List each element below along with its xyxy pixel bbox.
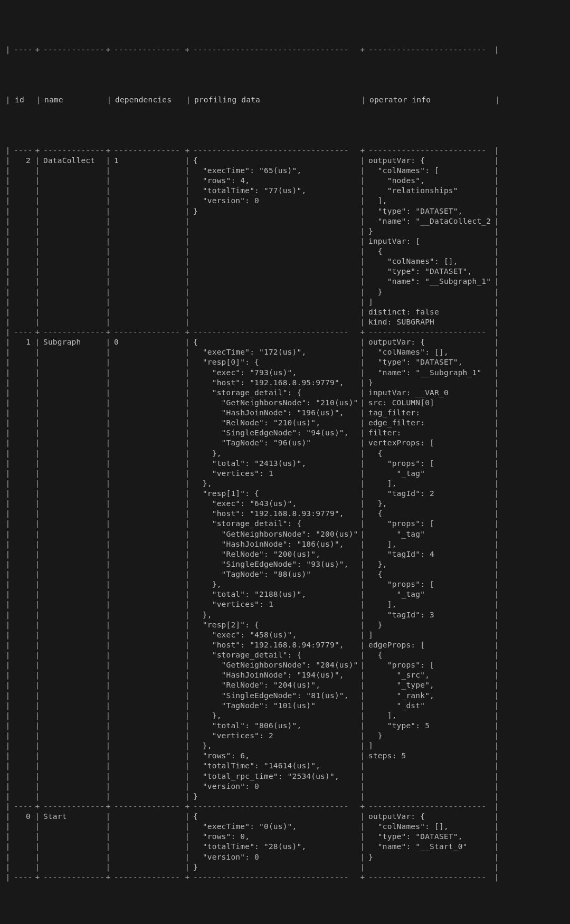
table-row: |||| "total": "2188(us)",| "_tag"| xyxy=(3,589,567,599)
table-row: |||| "resp[0]": {| "type": "DATASET",| xyxy=(3,357,567,367)
cell-operator: } xyxy=(367,731,492,741)
cell-profiling: "GetNeighborsNode": "210(us)", xyxy=(192,398,358,408)
cell-operator: "props": [ xyxy=(367,459,492,469)
cell-operator: ], xyxy=(367,599,492,609)
cell-profiling: "SingleEdgeNode": "81(us)", xyxy=(192,691,358,701)
cell-profiling: "rows": 6, xyxy=(192,751,358,761)
cell-operator: { xyxy=(367,569,492,579)
table-row: |||| "exec": "643(us)",| },| xyxy=(3,499,567,509)
cell-operator: { xyxy=(367,449,492,459)
table-row: |||| "resp[2]": {| }| xyxy=(3,620,567,630)
cell-id: 2 xyxy=(13,156,33,166)
cell-profiling: "version": 0 xyxy=(192,852,358,862)
table-row: ||||| {| xyxy=(3,246,567,256)
cell-profiling: "SingleEdgeNode": "94(us)", xyxy=(192,428,358,438)
table-border-row: |----+-------------+--------------+-----… xyxy=(3,327,567,337)
table-row: |||| "TagNode": "88(us)"| {| xyxy=(3,569,567,579)
cell-operator: "props": [ xyxy=(367,660,492,670)
table-row: |||| },| ],| xyxy=(3,479,567,489)
col-sep: | xyxy=(34,95,43,105)
cell-operator: }, xyxy=(367,559,492,569)
cell-operator: { xyxy=(367,509,492,519)
cell-operator: "type": "DATASET", xyxy=(367,206,492,216)
cell-profiling: "host": "192.168.8.95:9779", xyxy=(192,378,358,388)
cell-operator: vertexProps: [ xyxy=(367,438,492,448)
cell-profiling: "total_rpc_time": "2534(us)", xyxy=(192,771,358,782)
table-row: |||| "totalTime": "77(us)",| "relationsh… xyxy=(3,186,567,196)
cell-operator: "_src", xyxy=(367,670,492,680)
cell-operator: { xyxy=(367,246,492,256)
cell-name: Start xyxy=(42,812,103,822)
cell-operator: } xyxy=(367,226,492,236)
cell-profiling: "HashJoinNode": "194(us)", xyxy=(192,670,358,680)
border-dash: ------------- xyxy=(42,45,103,55)
cell-operator: "type": 5 xyxy=(367,721,492,731)
cell-profiling: { xyxy=(192,812,358,822)
cell-profiling: { xyxy=(192,156,358,166)
col-header-id: id xyxy=(13,95,34,105)
cell-profiling: "totalTime": "77(us)", xyxy=(192,186,358,196)
cell-operator: inputVar: __VAR_0 xyxy=(367,388,492,398)
table-row: |||| "execTime": "65(us)",| "colNames": … xyxy=(3,166,567,176)
border-plus: | xyxy=(3,45,13,55)
table-row: ||||}|| xyxy=(3,862,567,872)
table-row: |||| "execTime": "0(us)",| "colNames": [… xyxy=(3,822,567,832)
cell-profiling: "vertices": 2 xyxy=(192,731,358,741)
col-sep: | xyxy=(493,95,502,105)
table-row: |||| "storage_detail": {| "props": [| xyxy=(3,519,567,529)
cell-operator: "nodes", xyxy=(367,176,492,186)
table-row: |||| "version": 0| ],| xyxy=(3,196,567,206)
cell-profiling: "storage_detail": { xyxy=(192,650,358,660)
cell-profiling: } xyxy=(192,206,358,216)
cell-operator: }, xyxy=(367,499,492,509)
table-body: |----+-------------+--------------+-----… xyxy=(3,146,567,882)
cell-profiling: "rows": 4, xyxy=(192,176,358,186)
table-row: |||| "TagNode": "96(us)"|vertexProps: [| xyxy=(3,438,567,448)
cell-profiling: "RelNode": "204(us)", xyxy=(192,680,358,690)
cell-operator: ] xyxy=(367,297,492,307)
cell-operator: "type": "DATASET", xyxy=(367,266,492,277)
ascii-plan-table: | ---- + ------------- + -------------- … xyxy=(0,0,570,907)
table-row: |2|DataCollect|1|{|outputVar: {| xyxy=(3,156,567,166)
table-row: |||| },| {| xyxy=(3,449,567,459)
table-row: |||| "execTime": "172(us)",| "colNames":… xyxy=(3,347,567,357)
cell-operator: "name": "__DataCollect_2" xyxy=(367,216,492,226)
table-row: |||| "host": "192.168.8.94:9779",|edgePr… xyxy=(3,640,567,650)
table-row: ||||}| "type": "DATASET",| xyxy=(3,206,567,216)
cell-profiling: "HashJoinNode": "196(us)", xyxy=(192,408,358,418)
col-sep: | xyxy=(359,95,368,105)
table-row: |||||]| xyxy=(3,297,567,307)
col-header-profiling: profiling data xyxy=(193,95,359,105)
table-row: |||| "totalTime": "28(us)",| "name": "__… xyxy=(3,842,567,852)
border-plus: + xyxy=(183,45,192,55)
cell-profiling: "host": "192.168.8.93:9779", xyxy=(192,509,358,519)
table-row: |||| "total": "806(us)",| "type": 5| xyxy=(3,721,567,731)
cell-profiling: "host": "192.168.8.94:9779", xyxy=(192,640,358,650)
table-row: |||| "host": "192.168.8.93:9779",| {| xyxy=(3,509,567,519)
table-row: |||| "SingleEdgeNode": "93(us)",| },| xyxy=(3,559,567,569)
cell-operator: "_tag" xyxy=(367,469,492,479)
cell-operator: ], xyxy=(367,711,492,721)
cell-operator: ], xyxy=(367,479,492,489)
cell-profiling: "TagNode": "101(us)" xyxy=(192,701,358,711)
col-header-operator: operator info xyxy=(368,95,493,105)
cell-profiling: }, xyxy=(192,449,358,459)
cell-operator: } xyxy=(367,378,492,388)
cell-operator: "_tag" xyxy=(367,589,492,599)
cell-dependencies: 0 xyxy=(113,337,183,347)
border-plus: | xyxy=(492,45,501,55)
cell-operator: outputVar: { xyxy=(367,812,492,822)
table-row: |||||inputVar: [| xyxy=(3,236,567,246)
cell-profiling: "totalTime": "28(us)", xyxy=(192,842,358,852)
cell-operator: "name": "__Subgraph_1" xyxy=(367,277,492,287)
cell-operator: outputVar: { xyxy=(367,337,492,347)
table-row: |||| "total": "2413(us)",| "props": [| xyxy=(3,459,567,469)
cell-profiling: "resp[1]": { xyxy=(192,489,358,499)
cell-operator: "_rank", xyxy=(367,691,492,701)
col-sep: | xyxy=(184,95,193,105)
cell-operator: tag_filter: xyxy=(367,408,492,418)
border-dash: --------------------------------- xyxy=(192,45,358,55)
table-row: |||| "vertices": 2| }| xyxy=(3,731,567,741)
table-row: |||| "exec": "793(us)",| "name": "__Subg… xyxy=(3,368,567,378)
table-border-row: |----+-------------+--------------+-----… xyxy=(3,872,567,882)
